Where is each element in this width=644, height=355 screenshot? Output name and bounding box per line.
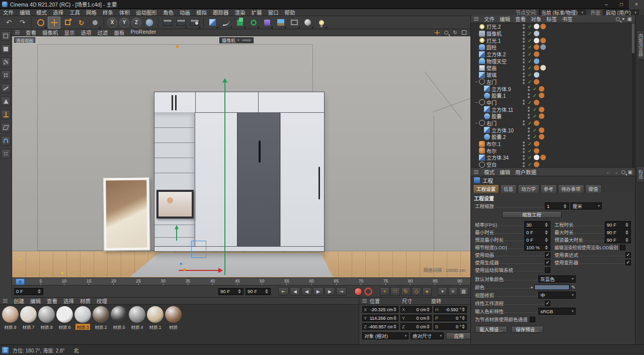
coordinate-field[interactable]: Z -400.857 cm	[362, 323, 398, 330]
object-tag-2[interactable]	[540, 148, 546, 154]
lock-z-axis-button[interactable]: Z	[131, 18, 141, 28]
menu-item[interactable]: 网格	[83, 9, 100, 16]
rotate-tool[interactable]: ↻	[75, 17, 88, 29]
object-row[interactable]: − 右门	[471, 120, 635, 127]
object-tag-1[interactable]	[534, 44, 539, 50]
object-tag-1[interactable]	[534, 162, 539, 167]
material-sphere[interactable]	[129, 306, 145, 323]
object-tag-2[interactable]	[540, 44, 546, 50]
object-row[interactable]: 胶囊.1	[471, 92, 635, 99]
view-zoom-icon[interactable]	[443, 30, 449, 36]
coordinate-system-button[interactable]	[143, 17, 155, 29]
material-item[interactable]: 材质.5	[110, 306, 128, 330]
object-tag-2[interactable]	[540, 155, 546, 160]
viewport-menu-item[interactable]: 显示	[61, 29, 78, 36]
range-start-field[interactable]: 90 F	[218, 288, 244, 295]
menu-item[interactable]: 动画	[177, 9, 193, 16]
add-field-dropdown[interactable]	[247, 17, 260, 29]
enable-check-icon[interactable]	[527, 148, 533, 154]
layout-dropdown[interactable]: 启动 (用户)▾	[603, 10, 639, 16]
menu-item[interactable]: 角色	[160, 9, 177, 16]
expand-toggle-icon[interactable]: −	[474, 121, 479, 125]
use-generators-checkbox[interactable]	[545, 260, 550, 265]
max-time-field[interactable]: 90 F	[605, 229, 631, 236]
enable-check-icon[interactable]	[527, 141, 533, 147]
record-keyframe-button[interactable]	[354, 288, 362, 296]
material-sphere[interactable]	[165, 306, 182, 323]
object-row[interactable]: 胶囊.2	[471, 133, 635, 140]
attribute-tab[interactable]: 动力学	[518, 184, 539, 193]
selection-handle-dot[interactable]	[176, 45, 179, 48]
play-button[interactable]: ▶	[313, 287, 324, 296]
visibility-dots[interactable]	[528, 134, 532, 139]
close-button[interactable]: ×	[629, 0, 644, 9]
enable-check-icon[interactable]	[527, 38, 533, 43]
attribute-tab[interactable]: 信息	[500, 184, 517, 193]
visibility-dots[interactable]	[523, 73, 527, 78]
material-item[interactable]: 材质.4	[128, 306, 146, 330]
view-toggle-icon[interactable]	[461, 30, 467, 36]
material-menu-icon[interactable]	[3, 299, 8, 300]
visibility-dots[interactable]	[528, 93, 532, 98]
snap-enable-icon[interactable]	[1, 136, 11, 146]
material-item[interactable]: 材质.1	[146, 306, 164, 330]
object-manager-menu-item[interactable]: 文件	[481, 15, 497, 23]
menu-item[interactable]: 扩展	[249, 9, 265, 16]
enable-check-icon[interactable]	[532, 127, 538, 133]
object-row[interactable]: 胶囊	[471, 113, 635, 120]
coords-menu-icon[interactable]	[362, 299, 367, 300]
axis-mode-icon[interactable]	[1, 110, 11, 119]
visibility-dots[interactable]	[523, 38, 527, 43]
project-scale-unit-dropdown[interactable]: 厘米▾	[571, 202, 602, 209]
menu-item[interactable]: 文件	[0, 9, 17, 16]
project-length-field[interactable]: 90 F	[605, 221, 631, 228]
material-menu-item[interactable]: 选择	[60, 297, 77, 305]
attribute-tab[interactable]: 工程设置	[473, 184, 499, 193]
object-tag-1[interactable]	[539, 107, 544, 112]
viewport-menu-item[interactable]: 面板	[111, 29, 128, 36]
use-animation-checkbox[interactable]	[545, 252, 550, 258]
key-scale-toggle[interactable]: □	[390, 287, 400, 296]
attribute-menu-icon[interactable]	[474, 170, 478, 171]
coordinate-field[interactable]: H -0.592 °	[434, 306, 467, 313]
object-row[interactable]: 布尔	[471, 147, 635, 154]
history-forward-icon[interactable]: →	[614, 169, 619, 175]
visibility-dots[interactable]	[523, 100, 527, 105]
visibility-dots[interactable]	[523, 65, 527, 70]
material-item[interactable]: 材质.7	[20, 306, 37, 330]
object-tag-2[interactable]	[540, 24, 546, 29]
default-color-dropdown[interactable]: 灰蓝色▾	[538, 275, 576, 282]
menu-item[interactable]: 编辑	[17, 9, 33, 16]
object-tag-2[interactable]	[540, 51, 546, 57]
object-tag-2[interactable]	[540, 162, 546, 167]
object-tag-2[interactable]	[540, 141, 546, 147]
visibility-dots[interactable]	[528, 114, 532, 119]
object-tag-2[interactable]	[545, 86, 551, 92]
visibility-dots[interactable]	[523, 31, 527, 36]
visibility-dots[interactable]	[523, 141, 527, 147]
object-tag-1[interactable]	[534, 65, 539, 70]
object-tag-2[interactable]	[545, 113, 551, 119]
object-tag-2[interactable]	[540, 100, 546, 105]
material-item[interactable]: 材质.6	[56, 306, 73, 330]
timeline-options-button[interactable]: ≡	[448, 287, 458, 296]
menu-item[interactable]: 帮助	[282, 9, 298, 16]
add-deformer-dropdown[interactable]	[261, 17, 273, 29]
material-menu-item[interactable]: 查看	[44, 297, 60, 305]
material-item[interactable]: 材质	[165, 306, 182, 330]
object-row[interactable]: 空白	[471, 161, 635, 168]
viewport-3d[interactable]: 透视视图 摄像机▾ 网格间隔 : 10000 cm	[12, 36, 470, 277]
keyframe-selection-button[interactable]: ▾	[438, 287, 447, 296]
enable-check-icon[interactable]	[527, 162, 533, 167]
key-rotation-toggle[interactable]: ↻	[401, 287, 411, 296]
render-to-picture-viewer-button[interactable]	[175, 17, 187, 29]
live-selection-tool[interactable]	[34, 17, 47, 29]
object-row[interactable]: 物理天空	[471, 57, 635, 64]
visibility-dots[interactable]	[523, 162, 527, 167]
object-tag-1[interactable]	[539, 127, 544, 133]
attribute-tab[interactable]: 参考	[540, 184, 557, 193]
move-tool[interactable]	[48, 17, 60, 29]
material-sphere[interactable]	[38, 306, 55, 323]
range-end-field[interactable]: 90 F	[246, 288, 271, 295]
enable-check-icon[interactable]	[527, 51, 533, 57]
